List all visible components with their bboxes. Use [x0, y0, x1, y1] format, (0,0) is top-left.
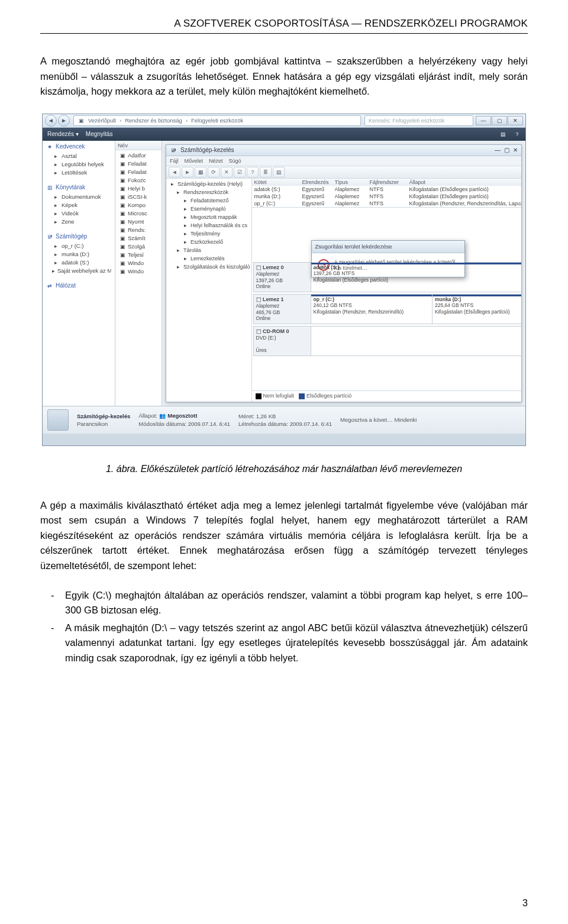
view-icon[interactable]: ▤	[499, 131, 506, 138]
mmc-minimize[interactable]: —	[495, 147, 501, 153]
breadcrumb-2[interactable]: Rendszer és biztonság	[125, 117, 182, 124]
list-item[interactable]: ▣Adatfor	[117, 151, 160, 160]
tool-icon: ▣	[119, 169, 126, 176]
disk-row[interactable]: ⬚ Lemez 1Alaplemez465,76 GBOnlineop_r (C…	[253, 294, 521, 324]
list-item[interactable]: ▣Nyomt	[117, 218, 160, 226]
disk-row[interactable]: ⬚ Lemez 0Alaplemez1397,26 GBOnlineadatok…	[253, 262, 521, 292]
tb-refresh[interactable]: ⟳	[208, 167, 220, 177]
tree-node[interactable]: ▸Feladatütemező	[167, 196, 250, 205]
details-pane: Számítógép-kezelés Parancsikon Állapot: …	[43, 406, 525, 434]
nav-item[interactable]: ▸Dokumentumok	[46, 193, 111, 201]
help-icon[interactable]: ?	[514, 131, 521, 138]
volume-header-row[interactable]: Kötet Elrendezés Típus Fájlrendszer Álla…	[252, 179, 521, 186]
tb-prop[interactable]: ☑	[234, 167, 246, 177]
nav-item[interactable]: ▸Videók	[46, 209, 111, 218]
nav-item[interactable]: ▸Legutóbbi helyek	[46, 160, 111, 169]
list-item[interactable]: ▣Helyi b	[117, 185, 160, 193]
mmc-maximize[interactable]: ▢	[504, 147, 509, 153]
list-item[interactable]: ▣Feladat	[117, 168, 160, 176]
breadcrumb-1[interactable]: Vezérlőpult	[88, 117, 116, 124]
tb-x[interactable]: ✕	[221, 167, 233, 177]
nav-item[interactable]: ▸adatok (S:)	[46, 259, 111, 267]
list-item[interactable]: ▣Windo	[117, 259, 160, 267]
menu-help[interactable]: Súgó	[229, 158, 241, 164]
menu-view[interactable]: Nézet	[209, 158, 223, 164]
tree-node[interactable]: ▸Rendszereszközök	[167, 188, 250, 196]
forward-button[interactable]: ►	[58, 115, 70, 127]
disk-row[interactable]: ⬚ CD-ROM 0DVD (E:)Üres	[253, 326, 521, 356]
tb-help[interactable]: ?	[247, 167, 259, 177]
list-item[interactable]: ▣iSCSI-k	[117, 193, 160, 201]
tree-node[interactable]: ▸Szolgáltatások és kiszolgáló	[167, 263, 250, 271]
favorites-group[interactable]: ★Kedvencek	[46, 143, 111, 150]
fav-icon: ▸	[52, 169, 59, 176]
list-item[interactable]: ▣Fokozc	[117, 176, 160, 185]
tree-icon: ▸	[182, 222, 189, 229]
inner-area: 🖳 Számítógép-kezelés — ▢ ✕ Fájl Művelet …	[162, 141, 525, 406]
tree-node[interactable]: ▸Helyi felhasználók és cs	[167, 221, 250, 230]
close-button[interactable]: ✕	[508, 116, 523, 125]
maximize-button[interactable]: ▢	[492, 116, 507, 125]
back-button[interactable]: ◄	[45, 115, 57, 127]
mmc-title: Számítógép-kezelés	[180, 147, 234, 153]
lib-icon: ▸	[52, 202, 59, 209]
list-item[interactable]: ▣Szolgá	[117, 243, 160, 251]
details-type: Parancsikon	[77, 421, 130, 427]
list-item[interactable]: ▣Feladat	[117, 160, 160, 168]
lib-icon: ▸	[52, 218, 59, 225]
list-item[interactable]: ▣Teljesí	[117, 251, 160, 259]
network-icon: ⇄	[46, 282, 53, 289]
nav-item[interactable]: ▸Saját webhelyek az M	[46, 267, 111, 275]
network-group[interactable]: ⇄Hálózat	[46, 282, 111, 289]
tree-node[interactable]: ▸Eszközkezelő	[167, 238, 250, 246]
details-icon	[47, 409, 69, 431]
nav-item[interactable]: ▸op_r (C:)	[46, 242, 111, 250]
sort-button[interactable]: Rendezés ▾	[47, 131, 79, 137]
tree-node[interactable]: ▸Lemezkezelés	[167, 254, 250, 263]
table-row[interactable]: munka (D:)EgyszerűAlaplemezNTFSKifogásta…	[252, 193, 521, 200]
tb-list1[interactable]: ≣	[260, 167, 272, 177]
drive-icon: ▸	[52, 259, 59, 266]
menu-file[interactable]: Fájl	[170, 158, 179, 164]
list-item[interactable]: ▣Microsc	[117, 209, 160, 218]
column-header-name[interactable]: Név	[115, 141, 162, 150]
open-button[interactable]: Megnyitás	[86, 131, 113, 137]
tb-fwd[interactable]: ►	[182, 167, 193, 177]
table-row[interactable]: op_r (C:)EgyszerűAlaplemezNTFSKifogástal…	[252, 200, 521, 207]
nav-item[interactable]: ▸Képek	[46, 201, 111, 209]
library-icon: ▥	[46, 184, 53, 191]
tree-node[interactable]: ▸Eseménynapló	[167, 205, 250, 213]
computer-group[interactable]: 🖳Számítógép	[46, 233, 111, 240]
tree-node[interactable]: ▸Teljesítmény	[167, 230, 250, 238]
running-header: A SZOFTVEREK CSOPORTOSÍTÁSA — RENDSZERKÖ…	[40, 18, 528, 34]
list-item[interactable]: ▣Windo	[117, 267, 160, 276]
mmc-close[interactable]: ✕	[513, 147, 518, 153]
tool-icon: ▣	[119, 202, 126, 209]
tb-list2[interactable]: ▤	[273, 167, 285, 177]
tree-node[interactable]: ▸Tárolás	[167, 246, 250, 254]
dialog-title: Zsugorítási terület lekérdezése	[312, 241, 464, 253]
list-item[interactable]: ▣Kompo	[117, 201, 160, 209]
list-item[interactable]: ▣Rends:	[117, 226, 160, 234]
explorer-nav-pane: ★Kedvencek ▸Asztal▸Legutóbbi helyek▸Letö…	[43, 141, 115, 406]
tool-icon: ▣	[119, 260, 126, 267]
nav-item[interactable]: ▸munka (D:)	[46, 250, 111, 259]
list-item[interactable]: ▣Számít	[117, 234, 160, 243]
search-input[interactable]: Keresés: Felügyeleti eszközök	[364, 115, 473, 126]
table-row[interactable]: adatok (S:)EgyszerűAlaplemezNTFSKifogást…	[252, 186, 521, 193]
nav-item[interactable]: ▸Zene	[46, 218, 111, 226]
nav-item[interactable]: ▸Letöltések	[46, 169, 111, 177]
tree-node[interactable]: ▸Számítógép-kezelés (Helyi)	[167, 180, 250, 188]
nav-item[interactable]: ▸Asztal	[46, 152, 111, 160]
menu-action[interactable]: Művelet	[185, 158, 204, 164]
tb-up[interactable]: ▦	[195, 167, 206, 177]
mmc-center: Kötet Elrendezés Típus Fájlrendszer Álla…	[252, 179, 521, 402]
tree-node[interactable]: ▸Megosztott mappák	[167, 213, 250, 221]
breadcrumb-3[interactable]: Felügyeleti eszközök	[191, 117, 243, 124]
tb-back[interactable]: ◄	[169, 167, 180, 177]
minimize-button[interactable]: —	[476, 116, 491, 125]
libraries-group[interactable]: ▥Könyvtárak	[46, 184, 111, 191]
address-bar[interactable]: ▣ Vezérlőpult› Rendszer és biztonság› Fe…	[73, 115, 361, 126]
tree-icon: ▸	[182, 214, 189, 221]
tool-icon: ▣	[119, 160, 126, 167]
